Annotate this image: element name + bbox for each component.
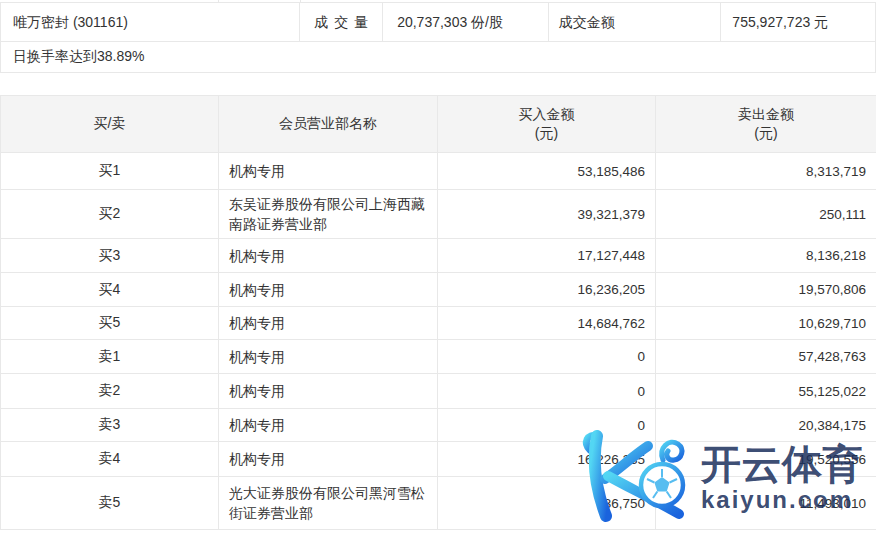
table-row: 买1 机构专用 53,185,486 8,313,719 — [1, 153, 876, 190]
volume-label: 成交量 — [300, 3, 383, 41]
col-header-buy: 买入金额 (元) — [438, 96, 656, 153]
watermark-brand: 开云体育 — [701, 442, 863, 486]
broker-cell: 机构专用 — [219, 239, 438, 273]
broker-cell: 机构专用 — [219, 442, 438, 477]
table-header: 买/卖 会员营业部名称 买入金额 (元) 卖出金额 (元) — [1, 96, 876, 153]
broker-cell: 光大证券股份有限公司黑河雪松街证券营业部 — [219, 477, 438, 530]
col-header-buy-line1: 买入金额 — [438, 105, 655, 124]
kaiyun-watermark: 开云体育 kaiyun.com — [574, 428, 863, 524]
broker-cell: 机构专用 — [219, 307, 438, 340]
table-row: 卖2 机构专用 0 55,125,022 — [1, 374, 876, 409]
summary-row: 唯万密封 (301161) 成交量 20,737,303 份/股 成交金额 75… — [0, 2, 876, 42]
sell-amount-cell: 8,136,218 — [656, 239, 876, 273]
broker-cell: 机构专用 — [219, 340, 438, 374]
sell-amount-cell: 10,629,710 — [656, 307, 876, 340]
side-cell: 买4 — [1, 273, 219, 307]
buy-amount-cell: 14,684,762 — [438, 307, 656, 340]
broker-cell: 机构专用 — [219, 374, 438, 409]
col-header-sell-line2: (元) — [656, 124, 876, 143]
table-row: 买4 机构专用 16,236,205 19,570,806 — [1, 273, 876, 307]
sell-amount-cell: 19,570,806 — [656, 273, 876, 307]
side-cell: 买2 — [1, 190, 219, 239]
broker-cell: 东吴证券股份有限公司上海西藏南路证券营业部 — [219, 190, 438, 239]
side-cell: 卖5 — [1, 477, 219, 530]
broker-cell: 机构专用 — [219, 409, 438, 442]
side-cell: 买5 — [1, 307, 219, 340]
turnover-note: 日换手率达到38.89% — [0, 42, 876, 73]
sell-amount-cell: 8,313,719 — [656, 153, 876, 190]
buy-amount-cell: 0 — [438, 340, 656, 374]
table-row: 买5 机构专用 14,684,762 10,629,710 — [1, 307, 876, 340]
side-cell: 卖4 — [1, 442, 219, 477]
sell-amount-cell: 250,111 — [656, 190, 876, 239]
lhb-page: 唯万密封 (301161) 成交量 20,737,303 份/股 成交金额 75… — [0, 0, 876, 533]
col-header-sell-line1: 卖出金额 — [656, 105, 876, 124]
side-cell: 卖3 — [1, 409, 219, 442]
buy-amount-cell: 0 — [438, 374, 656, 409]
watermark-text: 开云体育 kaiyun.com — [701, 428, 863, 513]
side-cell: 卖1 — [1, 340, 219, 374]
buy-amount-cell: 16,236,205 — [438, 273, 656, 307]
col-header-buy-line2: (元) — [438, 124, 655, 143]
broker-cell: 机构专用 — [219, 153, 438, 190]
header-row: 买/卖 会员营业部名称 买入金额 (元) 卖出金额 (元) — [1, 96, 876, 153]
col-header-broker: 会员营业部名称 — [219, 96, 438, 153]
buy-amount-cell: 39,321,379 — [438, 190, 656, 239]
table-row: 卖1 机构专用 0 57,428,763 — [1, 340, 876, 374]
kaiyun-k-soccer-logo-icon — [574, 428, 698, 524]
volume-value: 20,737,303 份/股 — [383, 3, 549, 41]
broker-cell: 机构专用 — [219, 273, 438, 307]
buy-amount-cell: 17,127,448 — [438, 239, 656, 273]
watermark-domain: kaiyun.com — [701, 486, 863, 513]
stock-summary: 唯万密封 (301161) 成交量 20,737,303 份/股 成交金额 75… — [0, 2, 876, 73]
amount-label: 成交金额 — [549, 3, 722, 41]
col-header-sell: 卖出金额 (元) — [656, 96, 876, 153]
table-row: 买2 东吴证券股份有限公司上海西藏南路证券营业部 39,321,379 250,… — [1, 190, 876, 239]
table-row: 买3 机构专用 17,127,448 8,136,218 — [1, 239, 876, 273]
sell-amount-cell: 57,428,763 — [656, 340, 876, 374]
side-cell: 买3 — [1, 239, 219, 273]
sell-amount-cell: 55,125,022 — [656, 374, 876, 409]
stock-name: 唯万密封 (301161) — [1, 3, 300, 41]
buy-amount-cell: 53,185,486 — [438, 153, 656, 190]
amount-value: 755,927,723 元 — [721, 3, 875, 41]
side-cell: 卖2 — [1, 374, 219, 409]
col-header-side: 买/卖 — [1, 96, 219, 153]
side-cell: 买1 — [1, 153, 219, 190]
